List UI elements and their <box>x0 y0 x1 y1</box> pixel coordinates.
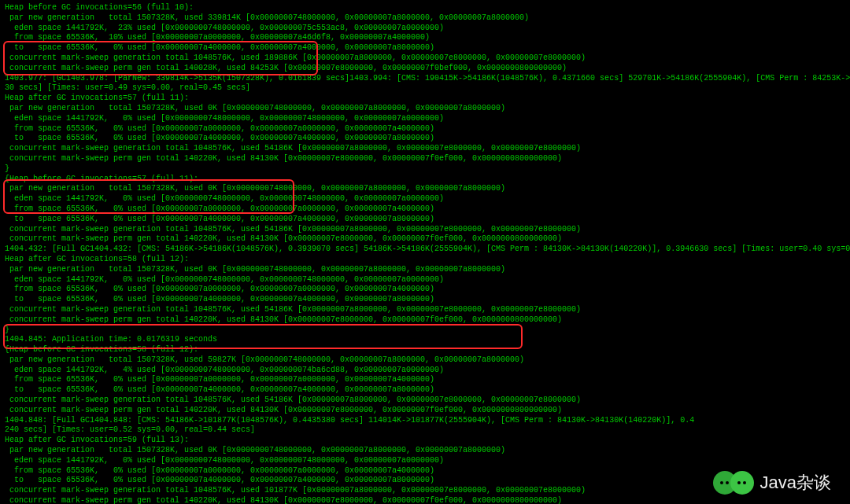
log-line: eden space 1441792K, 0% used [0x00000007… <box>5 194 845 204</box>
log-line: } <box>5 326 845 336</box>
log-line: concurrent mark-sweep perm gen total 140… <box>5 234 845 245</box>
log-line: concurrent mark-sweep perm gen total 140… <box>5 64 845 74</box>
log-line: 1404.848: [Full GC1404.848: [CMS: 54186K… <box>5 416 845 426</box>
log-line: Heap before GC invocations=56 (full 10): <box>5 3 845 13</box>
log-line: par new generation total 1507328K, used … <box>5 446 845 456</box>
log-line: {Heap before GC invocations=57 (full 11)… <box>5 175 845 185</box>
log-line: from space 65536K, 10% used [0x00000007a… <box>5 33 845 43</box>
log-line: to space 65536K, 0% used [0x00000007a400… <box>5 134 845 144</box>
log-line: concurrent mark-sweep generation total 1… <box>5 305 845 315</box>
log-line: from space 65536K, 0% used [0x00000007a0… <box>5 285 845 295</box>
log-line: to space 65536K, 0% used [0x00000007a400… <box>5 295 845 305</box>
log-line: concurrent mark-sweep perm gen total 140… <box>5 496 845 504</box>
log-line: concurrent mark-sweep generation total 1… <box>5 225 845 235</box>
log-line: 1403.977: [GC1403.978: [ParNew: 339814K-… <box>5 74 845 84</box>
log-line: from space 65536K, 0% used [0x00000007a0… <box>5 124 845 134</box>
log-line: par new generation total 1507328K, used … <box>5 184 845 194</box>
log-line: from space 65536K, 0% used [0x00000007a0… <box>5 375 845 385</box>
log-line: par new generation total 1507328K, used … <box>5 13 845 24</box>
log-line: from space 65536K, 0% used [0x00000007a0… <box>5 204 845 215</box>
watermark: Java杂谈 <box>713 471 831 495</box>
log-line: 1404.432: [Full GC1404.432: [CMS: 54186K… <box>5 245 845 255</box>
log-line: par new generation total 1507328K, used … <box>5 104 845 114</box>
log-line: eden space 1441792K, 23% used [0x0000000… <box>5 24 845 34</box>
log-line: to space 65536K, 0% used [0x00000007a400… <box>5 43 845 53</box>
log-line: Heap after GC invocations=57 (full 11): <box>5 94 845 104</box>
log-line: concurrent mark-sweep generation total 1… <box>5 395 845 406</box>
log-line: concurrent mark-sweep generation total 1… <box>5 53 845 64</box>
log-line: 30 secs] [Times: user=0.49 sys=0.00, rea… <box>5 83 845 94</box>
log-line: eden space 1441792K, 4% used [0x00000007… <box>5 366 845 376</box>
log-line: eden space 1441792K, 0% used [0x00000007… <box>5 275 845 285</box>
log-line: 1404.845: Application time: 0.0176319 se… <box>5 335 845 345</box>
log-line: } <box>5 164 845 175</box>
log-line: concurrent mark-sweep perm gen total 140… <box>5 154 845 164</box>
log-line: Heap after GC invocations=59 (full 13): <box>5 436 845 446</box>
log-line: concurrent mark-sweep perm gen total 140… <box>5 315 845 326</box>
log-line: {Heap before GC invocations=58 (full 12)… <box>5 345 845 355</box>
log-line: concurrent mark-sweep generation total 1… <box>5 144 845 154</box>
terminal-output: Heap before GC invocations=56 (full 10):… <box>0 0 850 504</box>
wechat-icon <box>713 471 754 495</box>
log-line: eden space 1441792K, 0% used [0x00000007… <box>5 114 845 124</box>
log-line: Heap after GC invocations=58 (full 12): <box>5 255 845 265</box>
log-line: to space 65536K, 0% used [0x00000007a400… <box>5 215 845 225</box>
watermark-label: Java杂谈 <box>760 472 831 494</box>
log-line: par new generation total 1507328K, used … <box>5 355 845 366</box>
log-line: to space 65536K, 0% used [0x00000007a400… <box>5 385 845 395</box>
log-line: 240 secs] [Times: user=0.52 sys=0.00, re… <box>5 425 845 436</box>
log-line: concurrent mark-sweep perm gen total 140… <box>5 406 845 416</box>
log-line: eden space 1441792K, 0% used [0x00000007… <box>5 456 845 466</box>
log-line: par new generation total 1507328K, used … <box>5 265 845 275</box>
